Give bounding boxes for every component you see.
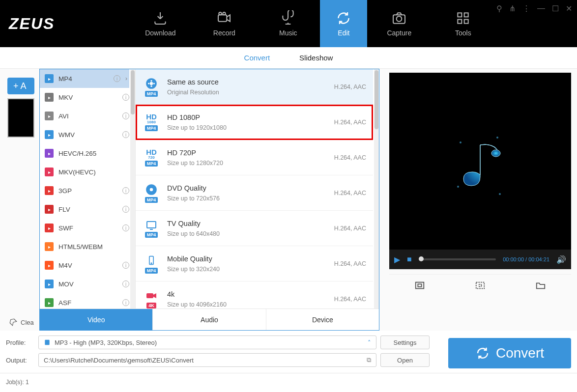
svg-point-23 — [457, 186, 459, 188]
format-html5webm[interactable]: ▸HTML5/WEBM — [40, 237, 129, 256]
format-swf[interactable]: ▸SWFi — [40, 219, 129, 237]
svg-rect-30 — [45, 340, 49, 345]
quality-list[interactable]: MP4Same as sourceOriginal ResolutionH.26… — [136, 69, 379, 308]
add-file-button[interactable]: + A — [7, 78, 34, 94]
output-path-field[interactable]: C:\Users\Rutchel\Documents\gemsoft\ZEUS\… — [38, 353, 376, 367]
format-icon: ▸ — [45, 205, 54, 214]
format-mov[interactable]: ▸MOVi — [40, 275, 129, 293]
svg-point-4 — [397, 16, 402, 22]
format-icon: ▸ — [45, 130, 54, 139]
info-icon[interactable]: i — [114, 75, 120, 82]
close-icon[interactable]: ✕ — [566, 4, 572, 13]
quality-mobile-quality[interactable]: MP4Mobile QualitySize up to 320x240H.264… — [136, 246, 373, 281]
tab-slideshow[interactable]: Slideshow — [299, 54, 333, 62]
nav-edit[interactable]: Edit — [320, 0, 367, 47]
quality-icon: MP4 — [143, 254, 160, 274]
quality-dvd-quality[interactable]: MP4DVD QualitySize up to 720x576H.264, A… — [136, 175, 373, 211]
nav-tools[interactable]: Tools — [431, 0, 495, 47]
format-m4v[interactable]: ▸M4Vi — [40, 256, 129, 275]
format-icon: ▸ — [45, 112, 54, 120]
output-label: Output: — [6, 357, 34, 364]
quality-same-as-source[interactable]: MP4Same as sourceOriginal ResolutionH.26… — [136, 69, 373, 105]
scrollbar-thumb[interactable] — [375, 70, 378, 129]
svg-point-25 — [491, 150, 500, 157]
svg-rect-5 — [458, 13, 462, 17]
stop-button[interactable]: ■ — [407, 255, 412, 264]
volume-icon[interactable]: 🔊 — [556, 255, 566, 264]
folder-icon[interactable] — [535, 280, 547, 291]
search-icon[interactable]: ⚲ — [496, 4, 502, 13]
fullscreen-icon[interactable] — [414, 280, 426, 291]
format-mkv[interactable]: ▸MKVi — [40, 88, 129, 107]
info-icon[interactable]: i — [122, 299, 129, 306]
info-icon[interactable]: i — [122, 187, 129, 194]
info-icon[interactable]: i — [122, 112, 129, 119]
svg-rect-7 — [458, 20, 462, 24]
snapshot-icon[interactable] — [474, 280, 486, 291]
format-wmv[interactable]: ▸WMVi — [40, 125, 129, 144]
tab-convert[interactable]: Convert — [244, 54, 270, 62]
quality-icon: HD1080MP4 — [143, 112, 160, 132]
format-icon: ▸ — [45, 280, 54, 288]
quality-hd-1080p[interactable]: HD1080MP4HD 1080PSize up to 1920x1080H.2… — [136, 105, 373, 140]
svg-rect-27 — [418, 284, 421, 287]
chevron-right-icon: › — [125, 75, 127, 82]
dd-tab-video[interactable]: Video — [40, 309, 153, 330]
svg-point-19 — [151, 263, 152, 264]
svg-point-12 — [153, 83, 155, 84]
info-icon[interactable]: i — [122, 131, 129, 138]
format-hevch265[interactable]: ▸HEVC/H.265 — [40, 144, 129, 163]
svg-rect-28 — [476, 282, 485, 288]
share-icon[interactable]: ⋔ — [509, 4, 516, 13]
dd-tab-audio[interactable]: Audio — [153, 309, 266, 330]
time-display: 00:00:00 / 00:04:21 — [503, 256, 549, 262]
refresh-icon — [475, 346, 490, 361]
svg-rect-6 — [464, 13, 468, 17]
nav-download[interactable]: Download — [128, 0, 192, 47]
info-icon[interactable]: i — [122, 224, 129, 231]
status-bar: Job(s): 1 — [0, 373, 577, 391]
format-dropdown: ▸MP4i›▸MKVi▸AVIi▸WMVi▸HEVC/H.265▸MKV(HEV… — [39, 69, 379, 331]
info-icon[interactable]: i — [122, 280, 129, 287]
open-button[interactable]: Open — [380, 353, 430, 367]
info-icon[interactable]: i — [122, 262, 129, 269]
nav-record[interactable]: Record — [192, 0, 256, 47]
nav-music[interactable]: Music — [256, 0, 320, 47]
format-icon: ▸ — [45, 224, 54, 232]
quality-hd-720p[interactable]: HD720MP4HD 720PSize up to 1280x720H.264,… — [136, 140, 373, 175]
svg-rect-8 — [464, 20, 468, 24]
maximize-icon[interactable]: ☐ — [552, 4, 559, 13]
info-icon[interactable]: i — [122, 94, 129, 101]
svg-point-21 — [460, 141, 462, 143]
quality-icon: MP4 — [143, 77, 160, 97]
info-icon[interactable]: i — [122, 206, 129, 213]
format-list[interactable]: ▸MP4i›▸MKVi▸AVIi▸WMVi▸HEVC/H.265▸MKV(HEV… — [40, 69, 136, 308]
format-flv[interactable]: ▸FLVi — [40, 200, 129, 219]
profile-dropdown[interactable]: MP3 - High (MP3, 320Kbps, Stereo) ˄ — [38, 336, 376, 349]
format-avi[interactable]: ▸AVIi — [40, 107, 129, 125]
dd-tab-device[interactable]: Device — [266, 309, 379, 330]
format-3gp[interactable]: ▸3GPi — [40, 181, 129, 200]
quality-icon: MP4 — [143, 219, 160, 238]
menu-icon[interactable]: ⋮ — [522, 4, 530, 13]
format-asf[interactable]: ▸ASFi — [40, 293, 129, 308]
scrollbar-thumb[interactable] — [131, 70, 135, 114]
format-mp4[interactable]: ▸MP4i› — [40, 69, 129, 88]
svg-point-14 — [150, 85, 152, 86]
settings-button[interactable]: Settings — [380, 336, 430, 349]
convert-button[interactable]: Convert — [448, 338, 571, 368]
format-icon: ▸ — [45, 93, 54, 102]
svg-rect-26 — [415, 282, 424, 288]
quality-tv-quality[interactable]: MP4TV QualitySize up to 640x480H.264, AA… — [136, 211, 373, 246]
nav-capture[interactable]: Capture — [367, 0, 431, 47]
play-button[interactable]: ▶ — [394, 255, 400, 264]
format-mkvhevc[interactable]: ▸MKV(HEVC) — [40, 163, 129, 181]
quality-4k[interactable]: 4K4kSize up to 4096x2160H.264, AAC — [136, 281, 373, 308]
seek-bar[interactable] — [419, 258, 496, 260]
svg-point-2 — [223, 12, 226, 15]
clear-button[interactable]: Clea — [9, 318, 34, 327]
minimize-icon[interactable]: — — [537, 4, 545, 13]
broom-icon — [9, 318, 18, 327]
video-thumbnail[interactable] — [7, 98, 34, 138]
profile-label: Profile: — [6, 339, 34, 346]
